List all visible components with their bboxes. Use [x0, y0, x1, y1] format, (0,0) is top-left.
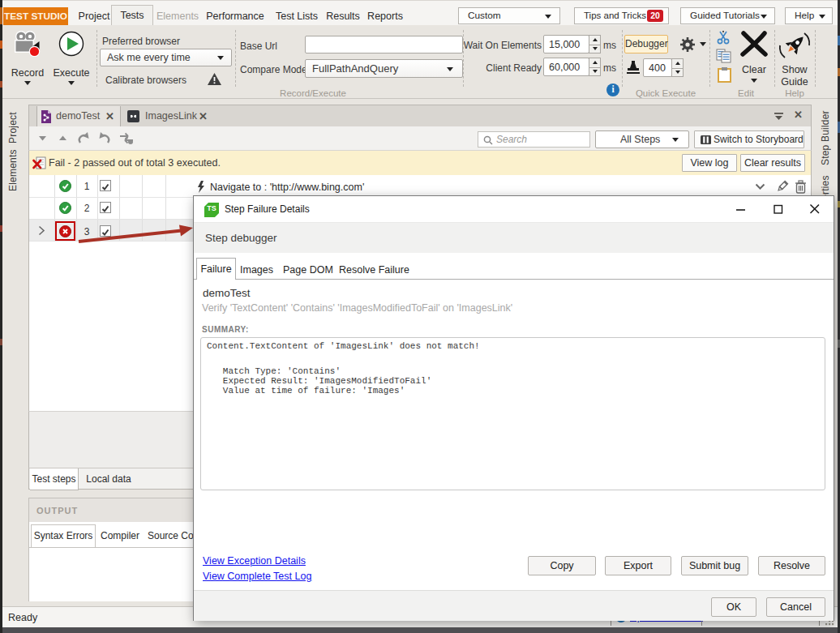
copy-icon[interactable]	[716, 49, 732, 63]
base-url-input[interactable]	[305, 36, 463, 53]
record-label: Record	[8, 67, 47, 79]
menu-item-results[interactable]: Results	[326, 6, 360, 26]
switch-to-storyboard-button[interactable]: Switch to Storyboard	[694, 130, 804, 148]
minimize-icon[interactable]	[733, 201, 749, 217]
close-icon[interactable]: ✕	[105, 110, 114, 122]
chevron-down-icon[interactable]	[755, 183, 765, 190]
delete-step-trash-icon[interactable]	[795, 180, 807, 194]
convert-step-icon[interactable]	[118, 131, 135, 145]
ok-button[interactable]: OK	[711, 597, 756, 617]
brand-tab[interactable]: TEST STUDIO	[3, 7, 68, 26]
switch-to-storyboard-label: Switch to Storyboard	[714, 134, 804, 145]
sidebar-tab-elements[interactable]: Elements	[7, 152, 20, 191]
chevron-down-icon	[819, 15, 825, 19]
dialog-title: Step Failure Details	[225, 203, 310, 215]
export-button[interactable]: Export	[605, 556, 671, 575]
info-icon[interactable]: i	[606, 83, 619, 96]
submit-bug-button[interactable]: Submit bug	[681, 556, 748, 575]
close-icon[interactable]: ✕	[794, 109, 803, 121]
output-tab-compiler[interactable]: Compiler	[101, 530, 139, 541]
fail-result-icon	[32, 156, 47, 170]
dialog-footer: OK Cancel	[194, 590, 834, 621]
guided-tutorials-select[interactable]: Guided Tutorials	[680, 7, 775, 24]
dialog-tab-page-dom[interactable]: Page DOM	[283, 264, 333, 276]
undo-icon[interactable]	[76, 131, 91, 145]
search-input[interactable]	[496, 133, 585, 146]
redo-icon[interactable]	[97, 131, 112, 145]
move-up-icon[interactable]	[58, 135, 67, 141]
profile-select-value: Custom	[468, 8, 501, 24]
tips-and-tricks-button[interactable]: Tips and Tricks 20	[574, 7, 669, 24]
cancel-button[interactable]: Cancel	[766, 597, 825, 617]
move-down-icon[interactable]	[38, 135, 47, 141]
menu-item-tests[interactable]: Tests	[111, 5, 153, 26]
execution-delay-input[interactable]	[643, 58, 672, 77]
sidebar-tab-step-builder[interactable]: Step Builder	[820, 109, 833, 167]
calibrate-browsers-button[interactable]: Calibrate browsers	[105, 75, 186, 86]
preferred-browser-label: Preferred browser	[102, 36, 180, 47]
debugger-options-caret[interactable]	[700, 42, 706, 46]
edit-step-pencil-icon[interactable]	[775, 180, 789, 194]
menu-item-reports[interactable]: Reports	[366, 6, 404, 26]
summary-text-box[interactable]: Content.TextContent of 'ImagesLink' does…	[200, 337, 825, 490]
menu-item-elements: Elements	[156, 6, 197, 26]
dialog-title-bar[interactable]: TS Step Failure Details	[194, 196, 834, 222]
chevron-down-icon	[761, 15, 767, 19]
menu-item-project[interactable]: Project	[78, 6, 110, 26]
view-log-button[interactable]: View log	[682, 154, 737, 172]
execution-delay-spinner[interactable]	[671, 58, 684, 77]
tab-list-icon[interactable]	[774, 113, 785, 121]
client-ready-spinner[interactable]	[589, 58, 601, 76]
output-tab-syntax-errors[interactable]: Syntax Errors	[31, 524, 96, 547]
document-tab-bar: demoTest ✕ ImagesLink ✕ ✕	[28, 105, 812, 126]
record-dropdown-caret[interactable]	[24, 81, 31, 85]
ribbon: Record Execute Preferred browser Ask me …	[2, 25, 838, 99]
wait-on-elements-spinner[interactable]	[589, 35, 601, 53]
record-button[interactable]: Record	[8, 28, 47, 90]
show-guide-button[interactable]: Show Guide	[776, 27, 813, 90]
help-select[interactable]: Help	[785, 7, 833, 24]
doc-tab-imageslink[interactable]: ImagesLink ✕	[121, 106, 212, 126]
search-box[interactable]	[478, 131, 590, 148]
dialog-tab-images[interactable]: Images	[240, 264, 273, 276]
maximize-icon[interactable]	[770, 201, 786, 217]
dialog-tab-failure[interactable]: Failure	[196, 258, 236, 280]
close-icon[interactable]: ✕	[199, 110, 208, 122]
step-filter-select[interactable]: All Steps	[595, 130, 689, 148]
dialog-tab-resolve-failure[interactable]: Resolve Failure	[339, 264, 409, 276]
gear-icon[interactable]	[679, 36, 696, 53]
ribbon-separator	[622, 30, 623, 87]
copy-button[interactable]: Copy	[528, 556, 596, 575]
ribbon-separator	[774, 30, 775, 87]
resolve-button[interactable]: Resolve	[758, 556, 825, 575]
cut-scissors-icon[interactable]	[717, 31, 730, 45]
row-expander-icon[interactable]	[38, 225, 45, 236]
execute-button[interactable]: Execute	[52, 28, 91, 90]
step-enabled-checkbox[interactable]	[100, 202, 111, 213]
group-label-edit: Edit	[738, 88, 754, 98]
tab-test-steps[interactable]: Test steps	[30, 468, 79, 490]
execute-label: Execute	[52, 67, 91, 79]
execute-dropdown-caret[interactable]	[68, 81, 75, 85]
view-exception-details-link[interactable]: View Exception Details	[203, 555, 306, 567]
base-url-label: Base Url	[240, 41, 277, 52]
profile-select[interactable]: Custom	[458, 7, 560, 24]
view-complete-test-log-link[interactable]: View Complete Test Log	[203, 571, 311, 582]
preferred-browser-select[interactable]: Ask me every time	[100, 49, 232, 66]
paste-clipboard-icon[interactable]	[718, 67, 731, 83]
execution-delay-icon	[627, 61, 640, 76]
close-icon[interactable]	[807, 201, 823, 217]
sidebar-tab-project[interactable]: Project	[7, 112, 20, 144]
debugger-toggle[interactable]: Debugger	[624, 35, 668, 53]
menu-item-test-lists[interactable]: Test Lists	[272, 6, 321, 26]
doc-tab-demotest[interactable]: demoTest ✕	[36, 106, 121, 126]
client-ready-input[interactable]	[543, 58, 589, 76]
clear-results-button[interactable]: Clear results	[740, 154, 805, 172]
tab-local-data[interactable]: Local data	[84, 468, 134, 490]
wait-on-elements-input[interactable]	[543, 35, 589, 53]
menu-item-performance[interactable]: Performance	[205, 6, 265, 26]
clear-button[interactable]: Clear	[736, 28, 772, 90]
ribbon-separator	[709, 30, 710, 87]
compare-mode-select[interactable]: FullPathAndQuery	[305, 59, 463, 78]
step-enabled-checkbox[interactable]	[100, 180, 111, 191]
